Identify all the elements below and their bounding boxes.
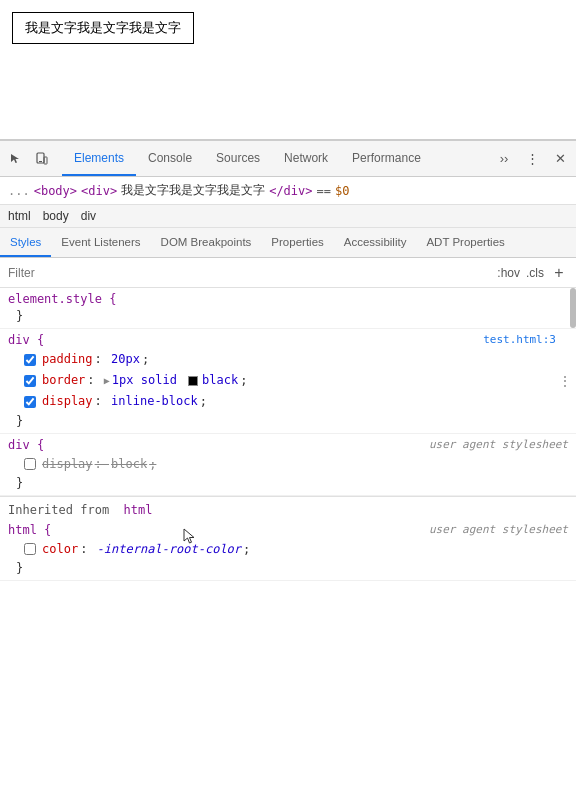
- devtools-tabs: Elements Console Sources Network Perform…: [62, 141, 492, 176]
- body-tag: <body>: [34, 184, 77, 198]
- breadcrumb-body[interactable]: body: [43, 209, 69, 223]
- border-checkbox[interactable]: [24, 375, 36, 387]
- sub-tab-adt-properties[interactable]: ADT Properties: [416, 228, 514, 257]
- devtools-panel: Elements Console Sources Network Perform…: [0, 140, 576, 807]
- tab-console[interactable]: Console: [136, 141, 204, 176]
- more-tabs-icon[interactable]: ››: [492, 147, 516, 171]
- html-rule-close: }: [8, 560, 568, 576]
- breadcrumb: html body div: [0, 205, 576, 228]
- padding-checkbox[interactable]: [24, 354, 36, 366]
- sub-tab-event-listeners[interactable]: Event Listeners: [51, 228, 150, 257]
- element-style-selector: element.style {: [8, 292, 568, 306]
- eq-sign: ==: [317, 184, 331, 198]
- dots-indicator: ...: [8, 184, 30, 198]
- sub-tab-dom-breakpoints[interactable]: DOM Breakpoints: [151, 228, 262, 257]
- display-property: display : inline-block ;: [8, 391, 568, 412]
- device-icon[interactable]: [30, 147, 54, 171]
- sub-tab-properties[interactable]: Properties: [261, 228, 333, 257]
- color-property: color : -internal-root-color ;: [8, 539, 568, 560]
- source-file-link[interactable]: test.html:3: [483, 333, 556, 346]
- sub-tab-styles[interactable]: Styles: [0, 228, 51, 257]
- hov-button[interactable]: :hov: [497, 266, 520, 280]
- display-checkbox[interactable]: [24, 396, 36, 408]
- filter-bar: :hov .cls +: [0, 258, 576, 288]
- user-agent-label-html: user agent stylesheet: [429, 523, 568, 536]
- inherited-tag: html: [124, 503, 153, 517]
- div-user-agent-rule: div { user agent stylesheet display : bl…: [0, 434, 576, 496]
- display-ua-property: display : block ;: [8, 454, 568, 475]
- element-selected-bar: ... <body> <div> 我是文字我是文字我是文字 </div> == …: [0, 177, 576, 205]
- styles-panel: element.style { } div { test.html:3 padd…: [0, 288, 576, 807]
- div-tag-close: </div>: [269, 184, 312, 198]
- html-style-rule: html { user agent stylesheet color : -in…: [0, 519, 576, 581]
- add-style-button[interactable]: +: [550, 264, 568, 282]
- svg-rect-2: [44, 157, 47, 164]
- svg-rect-1: [39, 161, 42, 162]
- color-checkbox[interactable]: [24, 543, 36, 555]
- toolbar-right: ›› ⋮ ✕: [492, 147, 572, 171]
- devtools-toolbar: Elements Console Sources Network Perform…: [0, 141, 576, 177]
- preview-box: 我是文字我是文字我是文字: [12, 12, 194, 44]
- div-rule-close: }: [8, 413, 568, 429]
- sub-tabs: Styles Event Listeners DOM Breakpoints P…: [0, 228, 576, 258]
- element-style-rule: element.style { }: [0, 288, 576, 329]
- breadcrumb-html[interactable]: html: [8, 209, 31, 223]
- toolbar-icons: [4, 147, 54, 171]
- scroll-thumb[interactable]: [570, 288, 576, 328]
- border-property: border : ▶ 1px solid black ;: [8, 370, 568, 391]
- div-tag-open: <div>: [81, 184, 117, 198]
- element-style-close: }: [8, 308, 568, 324]
- user-agent-label-div: user agent stylesheet: [429, 438, 568, 451]
- dollar-sign: $0: [335, 184, 349, 198]
- filter-right: :hov .cls +: [497, 264, 568, 282]
- tab-performance[interactable]: Performance: [340, 141, 433, 176]
- inherited-from-section: Inherited from html: [0, 496, 576, 519]
- tab-elements[interactable]: Elements: [62, 141, 136, 176]
- cursor-icon[interactable]: [4, 147, 28, 171]
- browser-preview: 我是文字我是文字我是文字: [0, 0, 576, 140]
- div-ua-close: }: [8, 475, 568, 491]
- sub-tab-accessibility[interactable]: Accessibility: [334, 228, 417, 257]
- filter-input[interactable]: [8, 266, 493, 280]
- tab-network[interactable]: Network: [272, 141, 340, 176]
- breadcrumb-div[interactable]: div: [81, 209, 96, 223]
- scroll-indicator[interactable]: [570, 288, 576, 807]
- settings-icon[interactable]: ⋮: [520, 147, 544, 171]
- div-style-rule: div { test.html:3 padding : 20px ; borde…: [0, 329, 576, 434]
- close-icon[interactable]: ✕: [548, 147, 572, 171]
- tab-sources[interactable]: Sources: [204, 141, 272, 176]
- cls-button[interactable]: .cls: [526, 266, 544, 280]
- border-expand-arrow[interactable]: ▶: [104, 373, 110, 389]
- display-ua-checkbox[interactable]: [24, 458, 36, 470]
- padding-property: padding : 20px ;: [8, 349, 568, 370]
- color-swatch-black[interactable]: [188, 376, 198, 386]
- div-content: 我是文字我是文字我是文字: [121, 182, 265, 199]
